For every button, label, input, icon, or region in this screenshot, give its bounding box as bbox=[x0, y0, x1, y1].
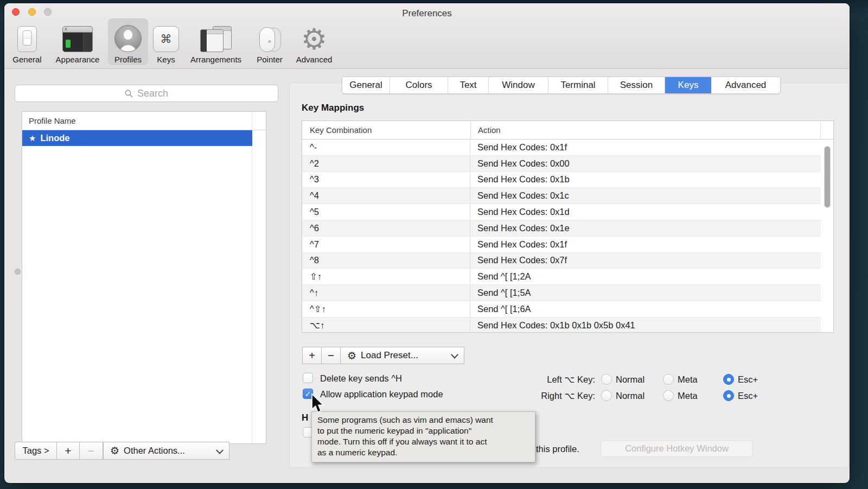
key-mapping-row[interactable]: ^7Send Hex Codes: 0x1f bbox=[302, 237, 821, 253]
toolbar-item-keys[interactable]: ⌘ Keys bbox=[151, 18, 181, 65]
key-mappings-table: Key Combination Action ^-Send Hex Codes:… bbox=[302, 120, 834, 333]
search-input[interactable]: Search bbox=[15, 85, 278, 102]
keypad-mode-tooltip: Some programs (such as vim and emacs) wa… bbox=[311, 411, 535, 462]
right-option-esc-label: Esc+ bbox=[738, 391, 758, 401]
gear-icon: ⚙ bbox=[110, 446, 119, 456]
toolbar-item-general[interactable]: General bbox=[10, 18, 44, 65]
left-option-meta-radio[interactable] bbox=[663, 374, 674, 385]
key-mapping-row[interactable]: ⌥↑Send Hex Codes: 0x1b 0x1b 0x5b 0x41 bbox=[302, 317, 821, 333]
tab-general[interactable]: General bbox=[342, 77, 390, 93]
key-combination-cell: ^6 bbox=[302, 220, 470, 236]
other-actions-label: Other Actions... bbox=[124, 446, 185, 456]
tab-text[interactable]: Text bbox=[448, 77, 489, 93]
hotkey-profile-text: this profile. bbox=[536, 444, 579, 454]
tab-window[interactable]: Window bbox=[489, 77, 548, 93]
key-mapping-row[interactable]: ^2Send Hex Codes: 0x00 bbox=[302, 156, 821, 172]
profile-name: Linode bbox=[40, 133, 69, 143]
key-combination-cell: ^5 bbox=[302, 204, 470, 220]
key-mapping-row[interactable]: ^8Send Hex Codes: 0x7f bbox=[302, 253, 821, 269]
toolbar-label: Profiles bbox=[114, 55, 142, 63]
key-mapping-row[interactable]: ^3Send Hex Codes: 0x1b bbox=[302, 172, 821, 188]
action-cell: Send Hex Codes: 0x1b 0x1b 0x5b 0x41 bbox=[470, 317, 821, 333]
load-preset-dropdown[interactable]: ⚙ Load Preset... bbox=[340, 347, 464, 364]
profile-tabs: General Colors Text Window Terminal Sess… bbox=[342, 77, 781, 94]
toolbar-item-pointer[interactable]: Pointer bbox=[251, 18, 289, 65]
key-combination-cell: ^↑ bbox=[302, 285, 470, 301]
key-combination-cell: ^3 bbox=[302, 172, 470, 188]
toolbar-item-advanced[interactable]: ⚙ Advanced bbox=[291, 18, 337, 65]
key-combination-cell: ^- bbox=[302, 139, 470, 155]
column-header-action[interactable]: Action bbox=[478, 121, 501, 139]
remove-key-mapping-button[interactable]: − bbox=[321, 347, 341, 364]
profile-list: Profile Name ★Linode bbox=[22, 111, 266, 444]
toolbar-label: Pointer bbox=[257, 55, 283, 63]
column-header-key-combination[interactable]: Key Combination bbox=[310, 121, 372, 139]
tab-advanced[interactable]: Advanced bbox=[711, 77, 780, 93]
key-combination-cell: ^⇧↑ bbox=[302, 301, 470, 317]
left-option-normal-radio[interactable] bbox=[601, 374, 612, 385]
action-cell: Send ^[ [1;2A bbox=[470, 269, 821, 284]
tab-colors[interactable]: Colors bbox=[390, 77, 448, 93]
key-mapping-row[interactable]: ^5Send Hex Codes: 0x1d bbox=[302, 204, 821, 220]
key-mapping-row[interactable]: ^-Send Hex Codes: 0x1f bbox=[302, 139, 821, 156]
other-actions-dropdown[interactable]: ⚙ Other Actions... bbox=[103, 442, 229, 460]
command-key-icon: ⌘ bbox=[153, 26, 179, 52]
window-title: Preferences bbox=[4, 8, 850, 19]
right-option-esc-radio[interactable] bbox=[723, 390, 734, 401]
preferences-window: Preferences General x Appearance Profile… bbox=[4, 3, 850, 483]
key-combination-cell: ^4 bbox=[302, 188, 470, 204]
chevron-down-icon bbox=[451, 351, 458, 359]
right-option-meta-label: Meta bbox=[678, 391, 698, 401]
toolbar-item-profiles[interactable]: Profiles bbox=[108, 18, 148, 65]
left-option-normal-label: Normal bbox=[616, 374, 644, 385]
toolbar-label: General bbox=[12, 55, 41, 63]
action-cell: Send Hex Codes: 0x1d bbox=[470, 204, 821, 220]
key-combination-cell: ⇧↑ bbox=[302, 269, 470, 284]
right-option-normal-radio[interactable] bbox=[601, 390, 612, 401]
toolbar-label: Arrangements bbox=[190, 55, 241, 63]
left-option-esc-radio[interactable] bbox=[723, 374, 734, 385]
right-option-meta-radio[interactable] bbox=[663, 390, 674, 401]
tab-keys[interactable]: Keys bbox=[665, 77, 711, 93]
general-icon bbox=[17, 26, 37, 52]
tab-terminal[interactable]: Terminal bbox=[548, 77, 608, 93]
toolbar-item-arrangements[interactable]: Arrangements bbox=[182, 18, 250, 65]
key-mapping-row[interactable]: ^4Send Hex Codes: 0x1c bbox=[302, 188, 821, 204]
splitter-handle[interactable] bbox=[15, 269, 21, 275]
action-cell: Send ^[ [1;5A bbox=[470, 285, 821, 301]
action-cell: Send Hex Codes: 0x1f bbox=[470, 237, 821, 252]
key-combination-cell: ^8 bbox=[302, 253, 470, 269]
action-cell: Send Hex Codes: 0x1b bbox=[470, 172, 821, 188]
key-mapping-row[interactable]: ^⇧↑Send ^[ [1;6A bbox=[302, 301, 821, 317]
left-option-key-label: Left ⌥ Key: bbox=[508, 374, 595, 385]
key-mapping-row[interactable]: ^6Send Hex Codes: 0x1e bbox=[302, 220, 821, 237]
profile-row-linode[interactable]: ★Linode bbox=[22, 130, 252, 146]
key-mappings-table-body: ^-Send Hex Codes: 0x1f^2Send Hex Codes: … bbox=[302, 139, 833, 333]
default-profile-star-icon: ★ bbox=[29, 134, 36, 143]
table-scrollbar-thumb[interactable] bbox=[824, 146, 831, 208]
action-cell: Send Hex Codes: 0x1e bbox=[470, 220, 821, 236]
chevron-down-icon bbox=[216, 446, 224, 454]
delete-key-checkbox[interactable] bbox=[303, 373, 313, 383]
action-cell: Send ^[ [1;6A bbox=[470, 301, 821, 317]
key-combination-cell: ^7 bbox=[302, 237, 470, 252]
search-placeholder: Search bbox=[137, 88, 168, 99]
tab-session[interactable]: Session bbox=[608, 77, 665, 93]
delete-key-label: Delete key sends ^H bbox=[320, 373, 402, 384]
mouse-icon bbox=[258, 26, 282, 52]
toolbar-label: Keys bbox=[157, 55, 175, 63]
tags-button[interactable]: Tags > bbox=[15, 442, 57, 460]
key-mapping-row[interactable]: ⇧↑Send ^[ [1;2A bbox=[302, 269, 821, 285]
right-option-key-label: Right ⌥ Key: bbox=[508, 391, 595, 401]
title-bar: Preferences General x Appearance Profile… bbox=[4, 3, 850, 69]
key-mapping-row[interactable]: ^↑Send ^[ [1;5A bbox=[302, 285, 821, 301]
action-cell: Send Hex Codes: 0x00 bbox=[470, 156, 821, 172]
add-profile-button[interactable]: + bbox=[56, 442, 80, 460]
key-combination-cell: ⌥↑ bbox=[302, 317, 470, 333]
key-mappings-heading: Key Mappings bbox=[302, 103, 364, 113]
left-option-meta-label: Meta bbox=[678, 374, 698, 385]
add-key-mapping-button[interactable]: + bbox=[302, 347, 322, 364]
gear-icon: ⚙ bbox=[347, 351, 356, 361]
action-cell: Send Hex Codes: 0x7f bbox=[470, 253, 821, 269]
toolbar-item-appearance[interactable]: x Appearance bbox=[49, 18, 106, 65]
